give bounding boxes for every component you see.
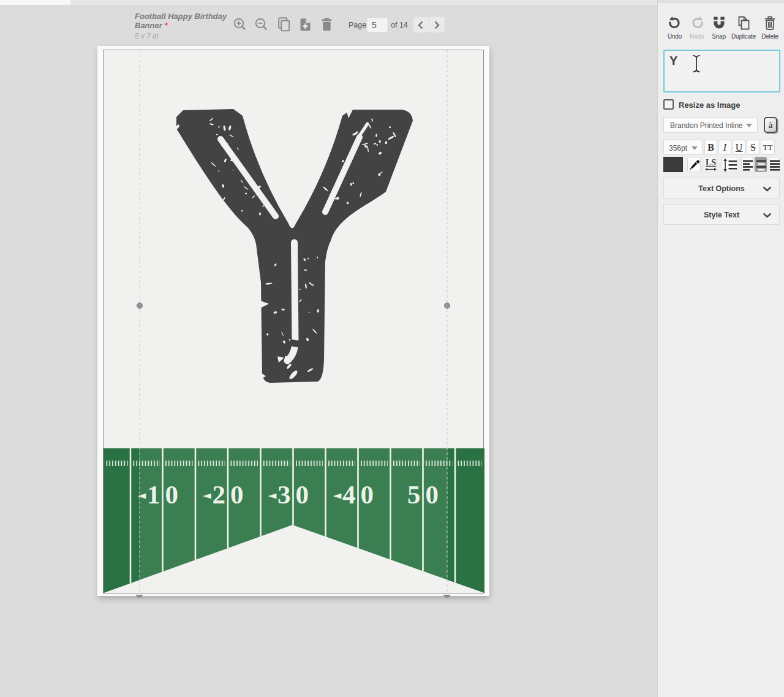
svg-text:0: 0 — [426, 480, 439, 509]
svg-text:LS: LS — [706, 158, 716, 167]
svg-text:4: 4 — [342, 480, 356, 509]
svg-text:3: 3 — [277, 480, 291, 509]
svg-text:0: 0 — [165, 480, 179, 509]
svg-text:5: 5 — [407, 480, 421, 509]
svg-text:2: 2 — [213, 480, 226, 509]
svg-text:1: 1 — [147, 480, 160, 509]
svg-text:0: 0 — [296, 480, 309, 509]
svg-text:0: 0 — [230, 480, 244, 509]
svg-text:0: 0 — [361, 480, 374, 509]
